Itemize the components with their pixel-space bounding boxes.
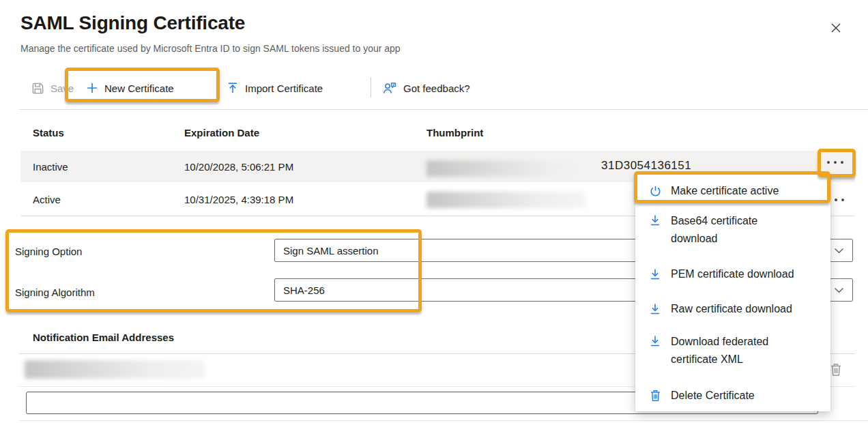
expiration-cell: 10/20/2028, 5:06:21 PM bbox=[184, 161, 293, 173]
new-certificate-label: New Certificate bbox=[104, 83, 174, 94]
ellipsis-icon bbox=[827, 161, 830, 164]
download-icon bbox=[648, 268, 662, 281]
expiration-cell: 10/31/2025, 4:39:18 PM bbox=[184, 194, 293, 205]
remove-email-button[interactable] bbox=[829, 362, 843, 377]
saml-signing-certificate-panel: SAML Signing Certificate Manage the cert… bbox=[0, 0, 868, 423]
import-certificate-button[interactable]: Import Certificate bbox=[227, 76, 323, 100]
import-certificate-label: Import Certificate bbox=[245, 83, 323, 94]
chevron-down-icon bbox=[834, 248, 844, 254]
feedback-label: Got feedback? bbox=[403, 83, 470, 94]
column-header-status: Status bbox=[33, 127, 64, 138]
upload-icon bbox=[227, 82, 239, 94]
menu-item-label: Delete Certificate bbox=[671, 387, 755, 405]
plus-icon bbox=[86, 82, 98, 94]
menu-item-label: Download federated certificate XML bbox=[671, 333, 768, 368]
save-button[interactable]: Save bbox=[31, 76, 74, 100]
menu-item-label: Make certificate active bbox=[671, 182, 779, 200]
download-icon bbox=[648, 214, 662, 227]
column-header-thumbprint: Thumbprint bbox=[426, 127, 483, 138]
status-cell: Active bbox=[33, 194, 61, 205]
download-icon bbox=[648, 303, 662, 316]
divider bbox=[19, 420, 868, 421]
feedback-button[interactable]: Got feedback? bbox=[382, 76, 470, 100]
menu-item-make-certificate-active[interactable]: Make certificate active bbox=[648, 179, 825, 203]
redacted-email-address bbox=[25, 360, 205, 379]
menu-item-base64-download[interactable]: Base64 certificate download bbox=[648, 212, 825, 248]
certificate-context-menu: Make certificate active Base64 certifica… bbox=[635, 174, 830, 411]
signing-algorithm-value: SHA-256 bbox=[283, 285, 325, 296]
menu-item-delete-certificate[interactable]: Delete Certificate bbox=[648, 383, 825, 408]
trash-icon bbox=[648, 389, 662, 403]
menu-item-label: Base64 certificate download bbox=[671, 212, 757, 248]
menu-item-download-federated-xml[interactable]: Download federated certificate XML bbox=[648, 333, 825, 368]
notification-email-heading: Notification Email Addresses bbox=[33, 332, 174, 343]
download-icon bbox=[648, 335, 662, 348]
toolbar-divider bbox=[19, 109, 868, 110]
signing-option-label: Signing Option bbox=[15, 246, 82, 257]
power-icon bbox=[648, 185, 662, 198]
signing-algorithm-label: Signing Algorithm bbox=[15, 287, 95, 298]
menu-item-label: PEM certificate download bbox=[671, 265, 794, 283]
thumbprint-visible-tail: 31D3054136151 bbox=[601, 156, 691, 173]
trash-icon bbox=[829, 362, 843, 377]
toolbar-separator bbox=[371, 77, 371, 98]
status-cell: Inactive bbox=[33, 161, 68, 173]
menu-item-raw-download[interactable]: Raw certificate download bbox=[648, 297, 825, 321]
redacted-thumbprint bbox=[426, 192, 585, 208]
close-button[interactable] bbox=[824, 16, 848, 40]
save-label: Save bbox=[50, 83, 74, 94]
menu-item-label: Raw certificate download bbox=[671, 300, 792, 318]
feedback-person-icon bbox=[382, 81, 397, 95]
redacted-thumbprint bbox=[426, 160, 599, 177]
chevron-down-icon bbox=[834, 287, 844, 293]
new-certificate-button[interactable]: New Certificate bbox=[86, 76, 174, 100]
page-title: SAML Signing Certificate bbox=[20, 12, 245, 34]
save-icon bbox=[31, 82, 44, 95]
column-header-expiration: Expiration Date bbox=[184, 127, 259, 138]
menu-item-pem-download[interactable]: PEM certificate download bbox=[648, 262, 825, 287]
signing-option-value: Sign SAML assertion bbox=[283, 245, 379, 257]
row-context-menu-button[interactable] bbox=[824, 157, 846, 168]
page-subtitle: Manage the certificate used by Microsoft… bbox=[20, 43, 401, 54]
close-icon bbox=[830, 23, 841, 33]
